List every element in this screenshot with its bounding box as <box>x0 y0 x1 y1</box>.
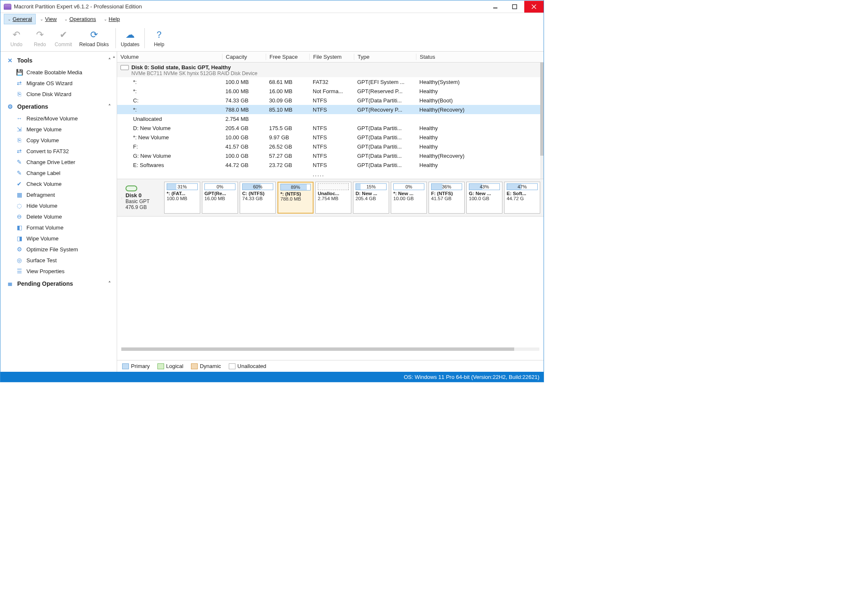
table-row[interactable]: ..... <box>117 170 544 179</box>
table-row[interactable]: *:100.0 MB68.61 MBFAT32GPT(EFI System ..… <box>117 77 544 86</box>
vertical-scrollbar[interactable] <box>540 63 544 179</box>
app-icon <box>4 4 11 10</box>
sidebar-group-operations[interactable]: ⚙ Operations ˄ <box>0 99 117 113</box>
cell-free: 175.5 GB <box>266 125 309 131</box>
sidebar-item[interactable]: ✔Check Volume <box>0 178 117 189</box>
minimize-button[interactable] <box>486 1 505 13</box>
statusbar-text: OS: Windows 11 Pro 64-bit (Version:22H2,… <box>404 374 539 380</box>
col-filesystem[interactable]: File System <box>309 54 354 60</box>
sidebar-item[interactable]: ☰View Properties <box>0 266 117 277</box>
menu-general[interactable]: ⌄General <box>4 14 36 24</box>
sidebar-item[interactable]: ⎘Clone Disk Wizard <box>0 89 117 99</box>
sidebar-item[interactable]: ⇄Convert to FAT32 <box>0 146 117 157</box>
list-icon: ≣ <box>6 280 14 287</box>
table-row[interactable]: C:74.33 GB30.09 GBNTFSGPT(Data Partiti..… <box>117 96 544 105</box>
cell-status: Healthy <box>416 162 544 168</box>
table-row[interactable]: *: New Volume10.00 GB9.97 GBNTFSGPT(Data… <box>117 133 544 142</box>
sidebar-item[interactable]: ◧Format Volume <box>0 222 117 233</box>
partition-name: F: (NTFS) <box>431 191 462 196</box>
disk-type-label: Basic GPT <box>126 198 162 204</box>
updates-button[interactable]: ☁Updates <box>118 26 142 50</box>
sidebar-item[interactable]: ✎Change Label <box>0 167 117 178</box>
col-capacity[interactable]: Capacity <box>222 54 266 60</box>
sidebar-item[interactable]: ◨Wipe Volume <box>0 233 117 244</box>
maximize-button[interactable] <box>505 1 524 13</box>
table-row[interactable]: *:16.00 MB16.00 MBNot Forma...GPT(Reserv… <box>117 86 544 96</box>
sidebar-item[interactable]: ⎘Copy Volume <box>0 135 117 146</box>
table-row[interactable]: G: New Volume100.0 GB57.27 GBNTFSGPT(Dat… <box>117 151 544 160</box>
redo-button[interactable]: ↷Redo <box>28 26 52 50</box>
table-row[interactable]: Unallocated2.754 MB <box>117 114 544 123</box>
sidebar-item[interactable]: ↔Resize/Move Volume <box>0 113 117 124</box>
col-volume[interactable]: Volume <box>117 54 222 60</box>
partition-size: 16.00 MB <box>204 196 235 201</box>
partition-tile[interactable]: 15%D: New ...205.4 GB <box>353 182 389 214</box>
table-row[interactable]: E: Softwares44.72 GB23.72 GBNTFSGPT(Data… <box>117 160 544 170</box>
tools-icon: ✕ <box>6 57 14 64</box>
item-icon: ◨ <box>16 235 23 242</box>
col-type[interactable]: Type <box>354 54 416 60</box>
cell-filesystem: FAT32 <box>309 79 354 85</box>
cell-filesystem: NTFS <box>309 153 354 159</box>
sidebar-item-label: Resize/Move Volume <box>26 115 78 122</box>
sidebar-group-pending[interactable]: ≣ Pending Operations ˄ <box>0 277 117 290</box>
help-button[interactable]: ？Help <box>147 26 171 50</box>
scroll-up-icon[interactable]: ▴ <box>112 53 116 59</box>
partition-tile[interactable]: 0%GPT(Re...16.00 MB <box>202 182 238 214</box>
cell-type: GPT(EFI System ... <box>354 79 416 85</box>
col-status[interactable]: Status <box>416 54 544 60</box>
partition-tile[interactable]: 36%F: (NTFS)41.57 GB <box>429 182 465 214</box>
sidebar-item[interactable]: ✎Change Drive Letter <box>0 157 117 167</box>
disk-map-info[interactable]: Disk 0 Basic GPT 476.9 GB <box>123 182 164 214</box>
item-icon: ⚙ <box>16 246 23 253</box>
usage-bar: 0% <box>393 183 424 190</box>
table-row[interactable]: *:788.0 MB85.10 MBNTFSGPT(Recovery P...H… <box>117 105 544 114</box>
cell-status: Healthy <box>416 125 544 131</box>
reload-disks-button[interactable]: ⟳Reload Disks <box>75 26 113 50</box>
sidebar-item-label: Merge Volume <box>26 126 62 133</box>
sidebar-item-label: Migrate OS Wizard <box>26 80 73 86</box>
sidebar-group-tools[interactable]: ✕ Tools ˄ <box>0 53 117 67</box>
menu-operations[interactable]: ⌄Operations <box>61 14 99 24</box>
cell-filesystem: ..... <box>309 171 354 177</box>
sidebar-group-label: Operations <box>17 103 48 110</box>
partition-tile[interactable]: 31%*: (FAT...100.0 MB <box>164 182 200 214</box>
menu-view[interactable]: ⌄View <box>37 14 60 24</box>
disk-name: Disk 0 <box>126 192 162 198</box>
table-row[interactable]: D: New Volume205.4 GB175.5 GBNTFSGPT(Dat… <box>117 123 544 133</box>
item-icon: ⊖ <box>16 213 23 220</box>
sidebar-group-label: Pending Operations <box>17 280 73 287</box>
table-row[interactable]: F:41.57 GB26.52 GBNTFSGPT(Data Partiti..… <box>117 142 544 151</box>
partition-tile[interactable]: Unalloc...2.754 MB <box>315 182 351 214</box>
sidebar-item[interactable]: ⚙Optimize File System <box>0 244 117 255</box>
horizontal-scrollbar[interactable] <box>121 347 539 351</box>
legend-primary: Primary <box>122 363 150 369</box>
partition-size: 44.72 G <box>507 196 538 201</box>
sidebar-item-label: Delete Volume <box>26 214 62 220</box>
partition-tile[interactable]: 89%*: (NTFS)788.0 MB <box>277 182 314 214</box>
close-button[interactable] <box>524 1 544 13</box>
col-free[interactable]: Free Space <box>266 54 309 60</box>
cell-free: 16.00 MB <box>266 88 309 94</box>
splitter-grip[interactable]: ⋮ <box>120 182 123 214</box>
partition-size: 205.4 GB <box>356 196 387 201</box>
sidebar-item[interactable]: ◌Hide Volume <box>0 200 117 211</box>
help-icon: ？ <box>153 29 165 41</box>
item-icon: ◌ <box>16 202 23 209</box>
partition-tile[interactable]: 43%G: New ...100.0 GB <box>466 182 502 214</box>
sidebar-item[interactable]: ⊖Delete Volume <box>0 211 117 222</box>
partition-tile[interactable]: 60%C: (NTFS)74.33 GB <box>240 182 276 214</box>
cell-filesystem: NTFS <box>309 97 354 104</box>
partition-tile[interactable]: 0%*: New ...10.00 GB <box>391 182 427 214</box>
disk-group-header[interactable]: Disk 0: Solid state, Basic GPT, Healthy … <box>117 63 544 77</box>
menu-help[interactable]: ⌄Help <box>100 14 123 24</box>
commit-button[interactable]: ✔Commit <box>52 26 75 50</box>
sidebar-item[interactable]: ▦Defragment <box>0 189 117 200</box>
partition-tile[interactable]: 47%E: Soft...44.72 G <box>504 182 540 214</box>
cell-status: Healthy <box>416 144 544 150</box>
sidebar-item[interactable]: ◎Surface Test <box>0 255 117 266</box>
sidebar-item[interactable]: ⇄Migrate OS Wizard <box>0 78 117 89</box>
undo-button[interactable]: ↶Undo <box>5 26 28 50</box>
sidebar-item[interactable]: ⇲Merge Volume <box>0 124 117 135</box>
sidebar-item[interactable]: 💾Create Bootable Media <box>0 67 117 78</box>
